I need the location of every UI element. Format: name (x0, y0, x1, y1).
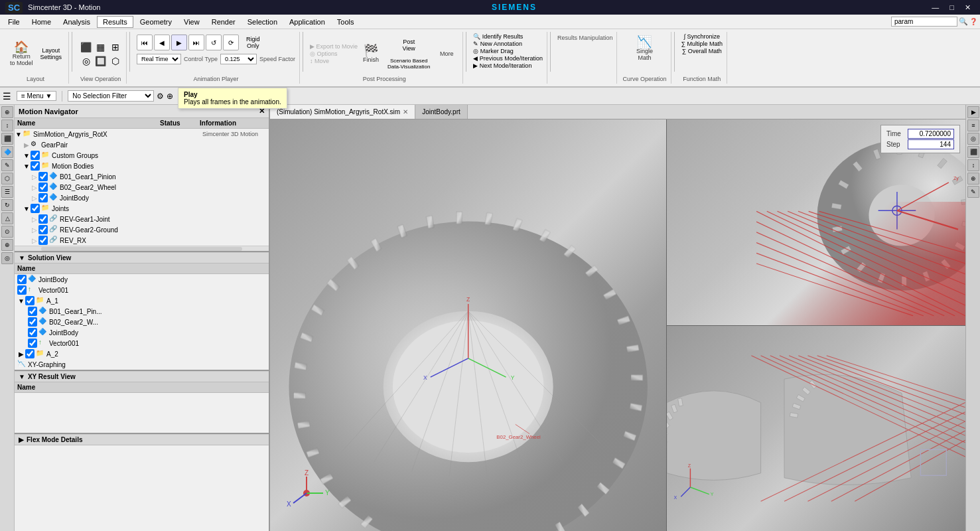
menu-file[interactable]: File (3, 17, 25, 27)
checkbox-b01[interactable] (38, 172, 48, 181)
sol-item-a1[interactable]: ▼ 📁 A_1 (15, 295, 269, 306)
view-op-btn-5[interactable]: 🔲 (94, 54, 107, 68)
menu-home[interactable]: Home (27, 17, 56, 27)
sol-item-jointbody[interactable]: 🔷 JointBody (15, 274, 269, 285)
sol-checkbox-jb[interactable] (17, 275, 27, 284)
single-math-btn[interactable]: 📉 SingleMath (632, 33, 656, 64)
filter-icon2[interactable]: ⊕ (167, 92, 173, 101)
sol-checkbox-b01pin[interactable] (28, 307, 37, 316)
tab-jointbody[interactable]: JointBody.prt (415, 105, 468, 119)
sol-checkbox-a2[interactable] (25, 349, 35, 358)
search-input[interactable] (891, 17, 957, 27)
xy-result-expand[interactable]: ▼ (19, 373, 25, 380)
left-icon-3[interactable]: ⬛ (1, 133, 13, 145)
sol-checkbox-a1[interactable] (25, 296, 35, 305)
checkbox-rev1[interactable] (38, 214, 48, 224)
menu-results[interactable]: Results (97, 16, 133, 28)
assembly-dropdown[interactable]: Entire Assembly (184, 90, 264, 102)
reload-btn[interactable]: ⟳ (223, 35, 239, 50)
tab-simulation[interactable]: (Simulation) SimMotion_Argyris_RotX.sim … (270, 105, 415, 119)
tree-item-motionbodies[interactable]: ▼ 📁 Motion Bodies (15, 161, 269, 171)
menu-tools[interactable]: Tools (332, 17, 360, 27)
close-btn[interactable]: ✕ (961, 3, 975, 12)
left-panel-toggle[interactable]: ☰ (3, 91, 11, 102)
navigator-close[interactable]: ✕ (259, 107, 265, 115)
tree-item-joints[interactable]: ▼ 📁 Joints (15, 203, 269, 214)
options-btn[interactable]: ◎ Options (310, 50, 338, 57)
right-icon-7[interactable]: ✎ (967, 186, 979, 198)
menu-render[interactable]: Render (206, 17, 241, 27)
left-icon-4[interactable]: 🔷 (1, 146, 13, 158)
move-btn[interactable]: ↕ Move (310, 58, 329, 64)
right-icon-3[interactable]: ◎ (967, 133, 979, 145)
sol-item-v002[interactable]: ↑ Vector001 (15, 338, 269, 348)
overall-math-btn[interactable]: ∑ Overall Math (682, 48, 722, 54)
view-op-btn-2[interactable]: ▦ (94, 40, 107, 54)
prev-mode-btn[interactable]: ◀ Previous Mode/Iteration (473, 55, 543, 62)
right-icon-6[interactable]: ⊕ (967, 173, 979, 185)
post-view-btn[interactable]: PostView (384, 36, 433, 54)
checkbox-b02[interactable] (38, 183, 48, 192)
play-forward-fast-btn[interactable]: ⏭ (188, 35, 204, 50)
tree-item-b01[interactable]: ▷ 🔷 B01_Gear1_Pinion (15, 171, 269, 182)
menu-analysis[interactable]: Analysis (58, 17, 96, 27)
menu-selection[interactable]: Selection (242, 17, 283, 27)
sol-item-vector001[interactable]: ↑ Vector001 (15, 285, 269, 295)
left-icon-2[interactable]: ↕ (1, 119, 13, 131)
view-op-btn-4[interactable]: ◎ (79, 54, 93, 68)
checkbox-revrx[interactable] (38, 236, 48, 245)
left-icon-10[interactable]: ⊙ (1, 226, 13, 238)
layout-settings-btn[interactable]: LayoutSettings (38, 46, 65, 62)
checkbox-rev2[interactable] (38, 225, 48, 234)
left-icon-1[interactable]: ⊕ (1, 106, 13, 118)
nav-scrollbar-thumb[interactable] (41, 247, 242, 251)
checkbox-joints[interactable] (31, 204, 40, 213)
sol-checkbox-jb2[interactable] (28, 328, 37, 337)
selection-filter-dropdown[interactable]: No Selection Filter (68, 90, 154, 102)
menu-application[interactable]: Application (284, 17, 330, 27)
speed-factor-select[interactable]: 0.125 (220, 54, 257, 64)
tree-item-root[interactable]: ▼ 📁 SimMotion_Argyris_RotX Simcenter 3D … (15, 129, 269, 139)
sol-item-b01pin[interactable]: 🔷 B01_Gear1_Pin... (15, 306, 269, 317)
export-movie-btn[interactable]: ▶ Export to Movie (310, 43, 358, 50)
checkbox-motionbodies[interactable] (31, 161, 40, 171)
left-icon-12[interactable]: ◎ (1, 252, 13, 264)
play-btn[interactable]: ▶ (171, 35, 187, 50)
checkbox-jointbody[interactable] (38, 193, 48, 202)
tree-item-revrx[interactable]: ▷ 🔗 REV_RX (15, 235, 269, 246)
flex-mode-expand[interactable]: ▶ (19, 436, 24, 443)
tree-item-gearpair[interactable]: ▶ ⚙ GearPair (15, 139, 269, 150)
next-mode-btn[interactable]: ▶ Next Mode/Iteration (473, 62, 531, 69)
tree-item-rev2[interactable]: ▷ 🔗 REV-Gear2-Ground (15, 224, 269, 235)
play-backward-btn[interactable]: ◀ (154, 35, 170, 50)
new-annotation-btn[interactable]: ✎ New Annotation (473, 40, 522, 47)
synchronize-btn[interactable]: ∫ Synchronize (683, 33, 720, 40)
maximize-btn[interactable]: □ (945, 3, 958, 12)
right-icon-4[interactable]: ⬛ (967, 146, 979, 158)
more-btn[interactable]: More (435, 48, 458, 60)
left-icon-9[interactable]: △ (1, 212, 13, 224)
return-to-model-btn[interactable]: 🏠 Returnto Model (7, 38, 36, 69)
left-icon-11[interactable]: ⊕ (1, 239, 13, 251)
identify-results-btn[interactable]: 🔍 Identify Results (473, 33, 523, 40)
nav-scrollbar[interactable] (15, 246, 269, 251)
view-op-btn-1[interactable]: ⬛ (79, 40, 93, 54)
rigid-only-btn[interactable]: RigidOnly (243, 33, 263, 52)
sol-item-jb2[interactable]: 🔷 JointBody (15, 327, 269, 338)
view-op-btn-3[interactable]: ⊞ (108, 40, 122, 54)
tree-item-customgroups[interactable]: ▼ 📁 Custom Groups (15, 150, 269, 161)
checkbox-customgroups[interactable] (31, 151, 40, 160)
filter-settings-icon[interactable]: ⚙ (157, 92, 164, 101)
marker-drag-btn[interactable]: ◎ Marker Drag (473, 48, 514, 54)
window-controls[interactable]: — □ ✕ (928, 3, 975, 12)
left-icon-8[interactable]: ↻ (1, 199, 13, 211)
right-icon-2[interactable]: ≡ (967, 119, 979, 131)
tree-item-jointbody[interactable]: ▷ 🔷 JointBody (15, 192, 269, 203)
view-op-btn-6[interactable]: ⬡ (108, 54, 122, 68)
search-icon[interactable]: 🔍 (959, 17, 968, 26)
sol-item-a2[interactable]: ▶ 📁 A_2 (15, 348, 269, 359)
right-icon-5[interactable]: ↕ (967, 159, 979, 171)
solution-view-header[interactable]: ▼ Solution View (15, 252, 269, 264)
flex-mode-header[interactable]: ▶ Flex Mode Details (15, 434, 269, 445)
left-icon-5[interactable]: ✎ (1, 159, 13, 171)
